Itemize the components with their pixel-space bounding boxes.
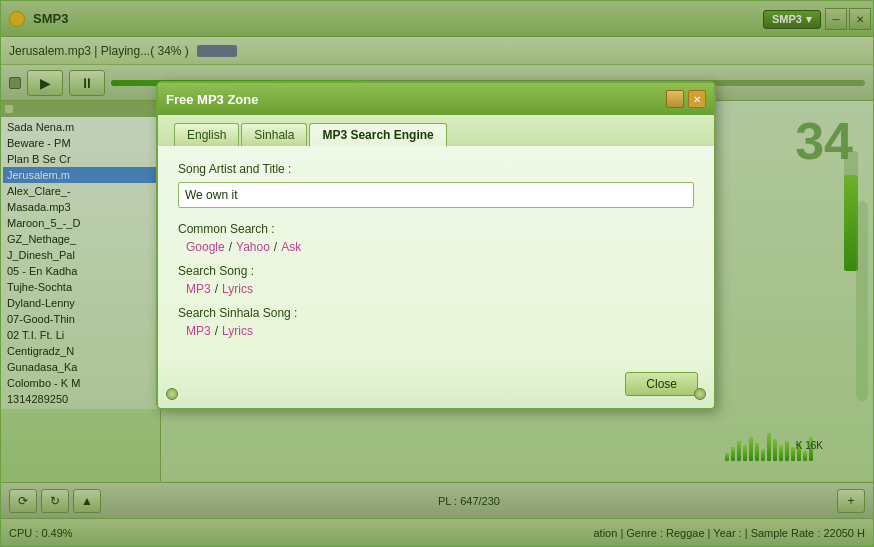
dialog-tab[interactable]: English — [174, 123, 239, 146]
dialog-tabs: EnglishSinhalaMP3 Search Engine — [158, 115, 714, 146]
screw-bottom-left — [166, 388, 178, 400]
app-window: SMP3 SMP3 ▾ ─ ✕ Jerusalem.mp3 | Playing.… — [0, 0, 874, 547]
common-search-section: Common Search : Google / Yahoo / Ask — [178, 222, 694, 254]
dialog-tab[interactable]: MP3 Search Engine — [309, 123, 446, 147]
divider-3: / — [215, 282, 218, 296]
yahoo-link[interactable]: Yahoo — [236, 240, 270, 254]
screw-bottom-right — [694, 388, 706, 400]
search-sinhala-label: Search Sinhala Song : — [178, 306, 694, 320]
dialog-content: Song Artist and Title : Common Search : … — [158, 146, 714, 364]
common-search-label: Common Search : — [178, 222, 694, 236]
ask-link[interactable]: Ask — [281, 240, 301, 254]
search-song-section: Search Song : MP3 / Lyrics — [178, 264, 694, 296]
dialog-close-button[interactable]: ✕ — [688, 90, 706, 108]
dialog-tab[interactable]: Sinhala — [241, 123, 307, 146]
dialog-title-bar: Free MP3 Zone ✕ — [158, 83, 714, 115]
lyrics-link[interactable]: Lyrics — [222, 282, 253, 296]
song-artist-label: Song Artist and Title : — [178, 162, 694, 176]
search-sinhala-links: MP3 / Lyrics — [178, 324, 694, 338]
dialog-minimize-button[interactable] — [666, 90, 684, 108]
song-search-input[interactable] — [178, 182, 694, 208]
dialog-close-button-footer[interactable]: Close — [625, 372, 698, 396]
divider-4: / — [215, 324, 218, 338]
search-song-links: MP3 / Lyrics — [178, 282, 694, 296]
search-sinhala-section: Search Sinhala Song : MP3 / Lyrics — [178, 306, 694, 338]
mp3-link[interactable]: MP3 — [186, 282, 211, 296]
search-song-label: Search Song : — [178, 264, 694, 278]
dialog-title: Free MP3 Zone — [166, 92, 666, 107]
divider-1: / — [229, 240, 232, 254]
search-dialog: Free MP3 Zone ✕ EnglishSinhalaMP3 Search… — [156, 81, 716, 410]
common-search-links: Google / Yahoo / Ask — [178, 240, 694, 254]
sinhala-mp3-link[interactable]: MP3 — [186, 324, 211, 338]
divider-2: / — [274, 240, 277, 254]
dialog-footer: Close — [158, 364, 714, 408]
google-link[interactable]: Google — [186, 240, 225, 254]
sinhala-lyrics-link[interactable]: Lyrics — [222, 324, 253, 338]
